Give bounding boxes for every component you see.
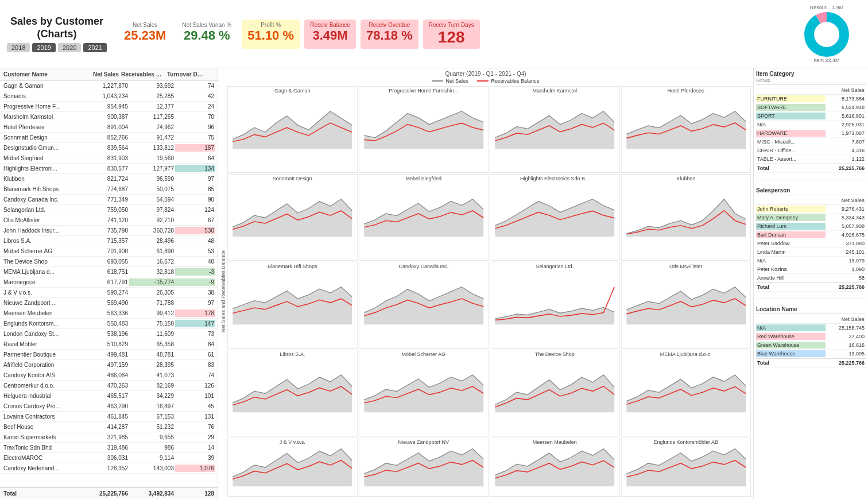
right-row: Annette Hill 58 xyxy=(756,274,866,283)
cell-rec-balance: 93,692 xyxy=(129,82,175,90)
year-2021-btn[interactable]: 2021 xyxy=(83,43,106,52)
right-cell-name: MISC - Miscell... xyxy=(756,138,826,145)
right-cell-name: HARDWARE xyxy=(756,130,826,137)
right-cell-value: 6,524,918 xyxy=(826,104,866,111)
cell-name: Sonnmatt Design xyxy=(2,134,83,141)
cell-days: 74 xyxy=(175,372,215,379)
mini-chart-title: Blanemark Hifi Shops xyxy=(230,264,355,269)
right-cell-name: Total xyxy=(756,359,826,366)
table-row: Cronus Cardoxy Pro... 463,290 16,897 45 xyxy=(0,401,218,412)
cell-days: 42 xyxy=(175,92,215,100)
mini-chart-title: Highlights Electronics Sdn B... xyxy=(493,176,617,181)
cell-rec-balance: 82,169 xyxy=(129,382,175,389)
table-row: Candoxy Kontor A/S 486,084 41,073 74 xyxy=(0,370,218,381)
right-row: Total 25,225,766 xyxy=(756,283,866,292)
cell-net-sales: 735,790 xyxy=(83,227,129,234)
year-2020-btn[interactable]: 2020 xyxy=(58,43,81,52)
right-cell-name: SPORT xyxy=(756,113,826,119)
cell-days: 126 xyxy=(175,382,215,389)
cell-rec-balance: 11,609 xyxy=(129,330,175,338)
cell-net-sales: 463,290 xyxy=(83,403,129,410)
right-row: SOFTWARE 6,524,918 xyxy=(756,103,866,112)
table-scroll[interactable]: Gagn & Gaman 1,227,870 93,692 74 Somadis… xyxy=(0,81,218,487)
col-customer-name: Customer Name xyxy=(2,71,74,78)
right-cell-value: 1,971,087 xyxy=(826,130,866,137)
mini-chart-svg xyxy=(493,181,617,259)
cell-net-sales: 839,564 xyxy=(83,144,129,152)
cell-net-sales: 563,336 xyxy=(83,310,129,317)
mini-chart-svg xyxy=(624,269,749,347)
mini-chart-svg xyxy=(230,445,355,495)
mini-chart: Blanemark Hifi Shops xyxy=(227,262,358,349)
cell-rec-balance: 19,560 xyxy=(129,154,175,162)
cell-name: Candoxy Canada Inc. xyxy=(2,196,83,203)
right-cell-name: Richard Lum xyxy=(756,223,826,230)
cell-rec-balance: 96,590 xyxy=(129,175,175,183)
cell-days: 97 xyxy=(175,175,215,183)
cell-name: John Haddock Insur... xyxy=(2,227,83,234)
right-cell-value: 13,079 xyxy=(826,257,866,264)
cell-net-sales: 499,481 xyxy=(83,351,129,358)
cell-rec-balance: 41,073 xyxy=(129,372,175,379)
right-cell-name: Linda Martin xyxy=(756,249,826,256)
right-table-title: Item CategoryGroup xyxy=(756,71,866,85)
right-table-header: Net Sales xyxy=(756,196,866,205)
table-row: Englunds Kontorsm... 550,483 75,150 147 xyxy=(0,319,218,329)
cell-name: Maronegoce xyxy=(2,278,83,286)
table-row: Centromerkur d.o.o. 470,263 82,169 126 xyxy=(0,381,218,391)
cell-days: 39 xyxy=(175,454,215,462)
right-cell-value: 245,101 xyxy=(826,249,866,256)
kpi-profit-label: Profit % xyxy=(261,22,281,28)
cell-name: Centromerkur d.o.o. xyxy=(2,382,83,389)
cell-name: Highlights Electroni... xyxy=(2,165,83,172)
right-cell-value: 4,316 xyxy=(826,147,866,154)
cell-net-sales: 852,766 xyxy=(83,134,129,141)
cell-rec-balance: 61,890 xyxy=(129,247,175,255)
cell-net-sales: 715,357 xyxy=(83,237,129,245)
cell-name: Nieuwe Zandpoort ... xyxy=(2,299,83,307)
cell-days: 40 xyxy=(175,258,215,265)
cell-days: 67 xyxy=(175,216,215,224)
right-cell-name: N/A xyxy=(756,257,826,264)
kpi-net-sales-var: Net Sales Varian % 29.48 % xyxy=(176,20,237,49)
right-row: TABLE - Assort... 1,122 xyxy=(756,155,866,164)
cell-net-sales: 414,287 xyxy=(83,423,129,431)
right-cell-value: 1,122 xyxy=(826,156,866,163)
mini-chart-svg xyxy=(624,445,749,495)
table-row: Karoo Supermarkets 321,985 9,655 29 xyxy=(0,432,218,443)
cell-name: Helguera industrial xyxy=(2,392,83,400)
table-row: Highlights Electroni... 830,577 127,977 … xyxy=(0,164,218,174)
cell-rec-balance: 26,305 xyxy=(129,289,175,296)
table-row: Helguera industrial 465,517 34,229 101 xyxy=(0,391,218,401)
mini-chart-title: Hotel Pferdesee xyxy=(624,88,749,94)
year-2018-btn[interactable]: 2018 xyxy=(7,43,30,52)
mini-chart-title: Candoxy Canada Inc. xyxy=(362,264,486,269)
mini-chart-svg xyxy=(624,357,749,435)
right-cell-name: Peter Saddow xyxy=(756,240,826,247)
cell-name: Meersen Meubelen xyxy=(2,310,83,317)
cell-name: London Candoxy St... xyxy=(2,330,83,338)
right-cell-value: 5,334,343 xyxy=(826,214,866,221)
right-cell-value: 7,607 xyxy=(826,138,866,145)
table-row: Candoxy Canada Inc. 771,349 54,594 90 xyxy=(0,195,218,205)
cell-rec-balance: 51,232 xyxy=(129,423,175,431)
table-row: London Candoxy St... 538,196 11,609 73 xyxy=(0,329,218,339)
cell-days: 97 xyxy=(175,299,215,307)
right-cell-value: 1,090 xyxy=(826,266,866,273)
mini-chart-title: Gagn & Gaman xyxy=(230,88,355,94)
table-row: Blanemark Hifi Shops 774,687 50,075 85 xyxy=(0,184,218,195)
charts-grid: Gagn & Gaman Progressive Home Furnishin.… xyxy=(227,86,751,497)
cell-rec-balance: 65,358 xyxy=(129,341,175,348)
cell-rec-balance: 360,728 xyxy=(129,227,175,234)
table-row: TraxTonic Sdn Bhd 319,486 986 14 xyxy=(0,443,218,453)
table-row: Lovaina Contractors 461,845 67,153 131 xyxy=(0,412,218,422)
cell-net-sales: 590,274 xyxy=(83,289,129,296)
title-block: Sales by Customer (Charts) 2018 2019 202… xyxy=(7,16,107,52)
cell-net-sales: 321,985 xyxy=(83,434,129,441)
table-row: Meersen Meubelen 563,336 99,412 178 xyxy=(0,308,218,319)
mini-chart-svg xyxy=(362,357,486,435)
chart-legend: Net Sales Receivables Balance xyxy=(220,78,751,84)
right-cell-value: 4,926,675 xyxy=(826,231,866,238)
year-2019-btn[interactable]: 2019 xyxy=(32,43,55,52)
cell-days: 83 xyxy=(175,361,215,369)
